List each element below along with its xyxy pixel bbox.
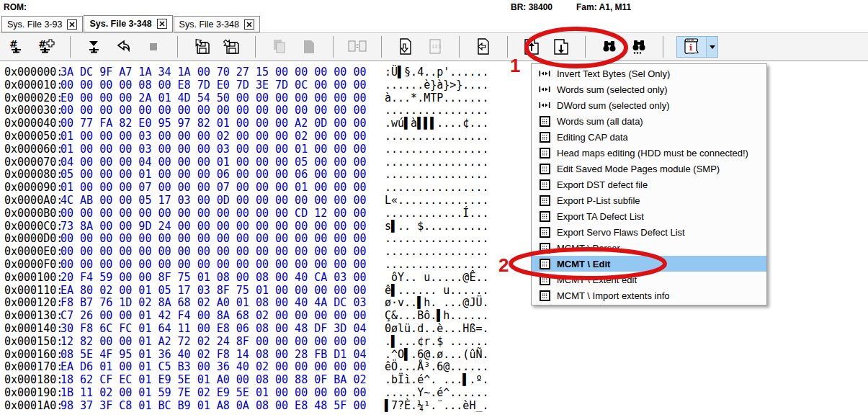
menu-item-1[interactable]: Words sum (selected only) [532, 81, 766, 97]
menu-item-9[interactable]: Export TA Defect List [532, 208, 766, 224]
filter-rows-button[interactable] [84, 36, 105, 58]
hex-ascii[interactable]: ................ [385, 104, 489, 117]
hex-bytes[interactable]: EA 80 02 00 01 05 17 03 8F 75 01 00 00 0… [61, 285, 385, 298]
find-next-button[interactable] [628, 36, 650, 58]
hex-ascii[interactable]: à...*.MTP....... [385, 92, 489, 104]
hex-ascii[interactable]: ▌7?È.¼¹.¨...èH_. [385, 399, 489, 412]
hex-bytes[interactable]: 18 62 CF EC 01 E9 5E 01 A0 00 08 00 88 0… [61, 374, 385, 387]
data-structures-button-main[interactable]: 0110 i [677, 37, 706, 57]
menu-item-10[interactable]: Export Servo Flaws Defect List [532, 224, 766, 240]
hex-ascii[interactable]: 0ølü.d..è...Hß=. [385, 322, 489, 335]
hex-ascii[interactable]: .▌...¢r.$ ...... [385, 335, 489, 348]
hex-bytes[interactable]: 98 37 3F C8 01 BC B9 01 A8 0A 08 00 E8 4… [61, 400, 385, 413]
hex-ascii[interactable]: ................ [385, 181, 489, 194]
hex-ascii[interactable]: L«.............. [385, 194, 489, 207]
hex-row[interactable]: 0x000130:C7 26 00 00 01 42 F4 00 8A 68 0… [0, 310, 868, 323]
hex-bytes[interactable]: 00 00 00 00 00 00 00 00 00 00 00 00 CD 1… [61, 208, 385, 220]
sector-numbers-button[interactable]: # [6, 36, 27, 58]
data-structures-button[interactable]: 0110 i [676, 36, 718, 58]
hex-ascii[interactable]: ............Í... [385, 207, 489, 220]
menu-item-5[interactable]: Head maps editing (HDD must be connected… [532, 145, 766, 161]
hex-bytes[interactable]: 12 82 00 00 01 A2 72 02 24 8F 00 00 00 0… [61, 336, 385, 349]
menu-item-12[interactable]: MCMT \ Edit [532, 256, 766, 272]
hex-ascii[interactable]: ................ [385, 156, 489, 169]
hex-bytes[interactable]: 08 5E 4F 95 01 36 40 02 F8 14 08 00 28 F… [61, 349, 385, 362]
hex-bytes[interactable]: 00 00 00 00 00 00 00 00 00 00 00 00 00 0… [61, 246, 385, 259]
next-object-button[interactable] [550, 36, 572, 58]
tab-0[interactable]: Sys. File 3-93 [1, 16, 83, 32]
hex-ascii[interactable]: ê▌...... u...... [385, 284, 489, 297]
hex-bytes[interactable]: F8 B7 76 1D 02 8A 68 02 A0 01 08 00 40 4… [61, 297, 385, 310]
menu-item-6[interactable]: Edit Saved Mode Pages module (SMP) [532, 161, 766, 177]
hex-bytes[interactable]: 00 00 00 00 08 00 E8 7D E0 7D 3E 7D 0C 0… [61, 79, 385, 92]
hex-bytes[interactable]: 73 8A 00 00 9D 24 00 00 00 00 00 00 00 0… [61, 220, 385, 233]
hex-row[interactable]: 0x000150:12 82 00 00 01 A2 72 02 24 8F 0… [0, 336, 868, 349]
hex-ascii[interactable]: ø·v..▌h. ...@JÜ. [385, 296, 489, 309]
hex-bytes[interactable]: 3A DC 9F A7 1A 34 1A 00 70 27 15 00 00 0… [61, 66, 385, 79]
export-data-button[interactable] [395, 36, 416, 58]
numeric-view-button[interactable]: 123 [424, 36, 446, 58]
data-structures-dropdown[interactable] [706, 37, 717, 57]
hex-ascii[interactable]: êÖ...Å³.6@...... [385, 360, 489, 373]
tab-1[interactable]: Sys. File 3-348 [84, 15, 172, 32]
hex-bytes[interactable]: 00 00 00 00 00 00 00 00 00 00 00 00 00 0… [61, 259, 385, 272]
tab-close-button[interactable] [157, 19, 167, 29]
hex-bytes[interactable]: 01 00 00 00 03 00 00 00 03 00 00 00 01 0… [61, 143, 385, 156]
hex-bytes[interactable]: E0 00 00 00 2A 01 4D 54 50 00 00 00 00 0… [61, 92, 385, 105]
tab-close-button[interactable] [67, 19, 77, 30]
add-sector-numbers-button[interactable]: # [35, 36, 57, 58]
tab-close-button[interactable] [244, 19, 254, 30]
hex-ascii[interactable]: ......è}à}>}.... [385, 79, 489, 92]
paste-button[interactable] [298, 36, 320, 58]
menu-item-7[interactable]: Export DST defect file [532, 177, 766, 192]
hex-bytes[interactable]: 4C AB 00 00 05 17 03 00 0D 00 00 00 00 0… [61, 195, 385, 208]
hex-bytes[interactable]: 00 00 00 00 00 00 00 00 00 00 00 00 00 0… [61, 233, 385, 246]
menu-item-4[interactable]: Editing CAP data [532, 129, 766, 145]
hex-ascii[interactable]: s▌.. $.......... [385, 220, 489, 233]
tab-2[interactable]: Sys. File 3-348 [174, 16, 260, 32]
hex-ascii[interactable]: .....Y~.é^...... [385, 386, 489, 399]
menu-item-2[interactable]: DWord sum (selected only) [532, 97, 766, 113]
find-button[interactable] [599, 36, 620, 58]
hex-row[interactable]: 0x000160:08 5E 4F 95 01 36 40 02 F8 14 0… [0, 349, 868, 362]
hex-ascii[interactable]: ................ [385, 232, 489, 245]
hex-bytes[interactable]: 00 77 FA 82 E0 95 97 82 01 00 00 00 A2 0… [61, 117, 385, 130]
menu-item-3[interactable]: Words sum (all data) [532, 113, 766, 129]
hex-ascii[interactable]: ................ [385, 258, 489, 271]
hex-ascii[interactable]: ôY.. u.....@Ê.. [385, 271, 489, 284]
hex-row[interactable]: 0x000170:EA D6 01 00 01 C5 B3 00 36 40 0… [0, 361, 868, 374]
menu-item-11[interactable]: MCMT \ Parser [532, 240, 766, 256]
hex-ascii[interactable]: :Ü▌§.4..p'...... [385, 66, 489, 79]
undo-button[interactable] [113, 36, 135, 58]
hex-ascii[interactable]: ................ [385, 143, 489, 156]
hex-row[interactable]: 0x000180:18 62 CF EC 01 E9 5E 01 A0 00 0… [0, 374, 868, 387]
menu-item-14[interactable]: MCMT \ Import extents info [532, 287, 766, 303]
hex-ascii[interactable]: Ç&...Bô.▌h...... [385, 309, 489, 322]
hex-ascii[interactable]: ................ [385, 168, 489, 181]
stop-button[interactable] [143, 36, 164, 58]
menu-item-13[interactable]: MCMT \ Extent edit [532, 272, 766, 287]
hex-row[interactable]: 0x000190:1B 11 02 00 01 59 7E 02 E9 5E 0… [0, 387, 868, 400]
hex-row[interactable]: 0x0001A0:98 37 3F C8 01 BC B9 01 A8 0A 0… [0, 400, 868, 413]
hex-bytes[interactable]: 1B 11 02 00 01 59 7E 02 E9 5E 01 00 00 0… [61, 387, 385, 400]
prev-object-button[interactable] [521, 36, 542, 58]
hex-row[interactable]: 0x000140:30 F8 6C FC 01 64 11 00 E8 06 0… [0, 323, 868, 336]
copy-button[interactable] [269, 36, 290, 58]
hex-ascii[interactable]: .bÏì.é^. ...▌.º. [385, 373, 489, 386]
hex-bytes[interactable]: C7 26 00 00 01 42 F4 00 8A 68 02 00 00 0… [61, 310, 385, 323]
hex-bytes[interactable]: 01 00 00 00 03 00 00 00 02 00 00 00 02 0… [61, 130, 385, 143]
hex-ascii[interactable]: .^O▌.6@.ø...(ûÑ. [385, 348, 489, 361]
menu-item-0[interactable]: Invert Text Bytes (Sel Only) [532, 66, 766, 81]
hex-bytes[interactable]: 30 F8 6C FC 01 64 11 00 E8 06 08 00 48 D… [61, 323, 385, 336]
hex-bytes[interactable]: 01 00 00 00 07 00 00 00 07 00 00 00 01 0… [61, 182, 385, 195]
hex-ascii[interactable]: ................ [385, 245, 489, 258]
hex-bytes[interactable]: EA D6 01 00 01 C5 B3 00 36 40 02 00 00 0… [61, 361, 385, 374]
hex-bytes[interactable]: 04 00 00 00 04 00 00 00 01 00 00 00 05 0… [61, 156, 385, 169]
hex-ascii[interactable]: ................ [385, 130, 489, 143]
hex-bytes[interactable]: 05 00 00 00 01 00 00 00 06 00 00 00 06 0… [61, 169, 385, 182]
save-to-file-button[interactable] [220, 36, 242, 58]
import-data-button[interactable] [473, 36, 494, 58]
hex-ascii[interactable]: .wú▌à▌▌▌....¢... [385, 117, 489, 130]
hex-bytes[interactable]: 00 00 00 00 00 00 00 00 00 00 00 00 00 0… [61, 104, 385, 117]
compare-data-button[interactable] [346, 36, 368, 58]
